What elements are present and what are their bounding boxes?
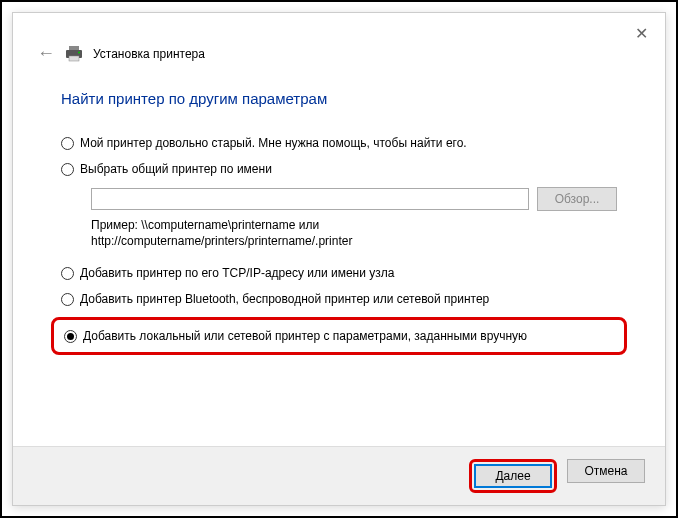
option-label: Добавить принтер Bluetooth, беспроводной… bbox=[80, 291, 489, 307]
option-tcp-ip[interactable]: Добавить принтер по его TCP/IP-адресу ил… bbox=[61, 265, 617, 281]
shared-printer-input[interactable] bbox=[91, 188, 529, 210]
option-shared-by-name[interactable]: Выбрать общий принтер по имени bbox=[61, 161, 617, 177]
back-button[interactable]: ← bbox=[37, 43, 55, 64]
dialog-title: Установка принтера bbox=[93, 47, 205, 61]
close-icon: ✕ bbox=[635, 25, 648, 42]
option-label: Выбрать общий принтер по имени bbox=[80, 161, 272, 177]
main-heading: Найти принтер по другим параметрам bbox=[61, 90, 617, 107]
example-text-line1: Пример: \\computername\printername или bbox=[91, 217, 617, 233]
option-manual[interactable]: Добавить локальный или сетевой принтер с… bbox=[64, 328, 614, 344]
radio-icon bbox=[61, 293, 74, 306]
dialog-content: Найти принтер по другим параметрам Мой п… bbox=[13, 74, 665, 355]
svg-point-3 bbox=[78, 51, 80, 53]
back-arrow-icon: ← bbox=[37, 43, 55, 63]
radio-icon bbox=[61, 267, 74, 280]
radio-icon-selected bbox=[64, 330, 77, 343]
highlight-annotation: Далее bbox=[469, 459, 557, 493]
option-label: Добавить локальный или сетевой принтер с… bbox=[83, 328, 527, 344]
option-bluetooth[interactable]: Добавить принтер Bluetooth, беспроводной… bbox=[61, 291, 617, 307]
option-old-printer[interactable]: Мой принтер довольно старый. Мне нужна п… bbox=[61, 135, 617, 151]
add-printer-dialog: ✕ ← Установка принтера Найти принтер по … bbox=[12, 12, 666, 506]
dialog-footer: Далее Отмена bbox=[13, 446, 665, 505]
highlight-annotation: Добавить локальный или сетевой принтер с… bbox=[51, 317, 627, 355]
option-label: Мой принтер довольно старый. Мне нужна п… bbox=[80, 135, 467, 151]
radio-icon bbox=[61, 163, 74, 176]
dialog-header: ← Установка принтера bbox=[13, 13, 665, 74]
option-label: Добавить принтер по его TCP/IP-адресу ил… bbox=[80, 265, 394, 281]
cancel-button[interactable]: Отмена bbox=[567, 459, 645, 483]
browse-button[interactable]: Обзор... bbox=[537, 187, 617, 211]
radio-icon bbox=[61, 137, 74, 150]
close-button[interactable]: ✕ bbox=[629, 21, 653, 45]
shared-printer-subsection: Обзор... Пример: \\computername\printern… bbox=[91, 187, 617, 249]
next-button[interactable]: Далее bbox=[474, 464, 552, 488]
svg-rect-2 bbox=[69, 56, 79, 61]
svg-rect-0 bbox=[69, 46, 79, 50]
printer-icon bbox=[65, 46, 83, 62]
example-text-line2: http://computername/printers/printername… bbox=[91, 233, 617, 249]
